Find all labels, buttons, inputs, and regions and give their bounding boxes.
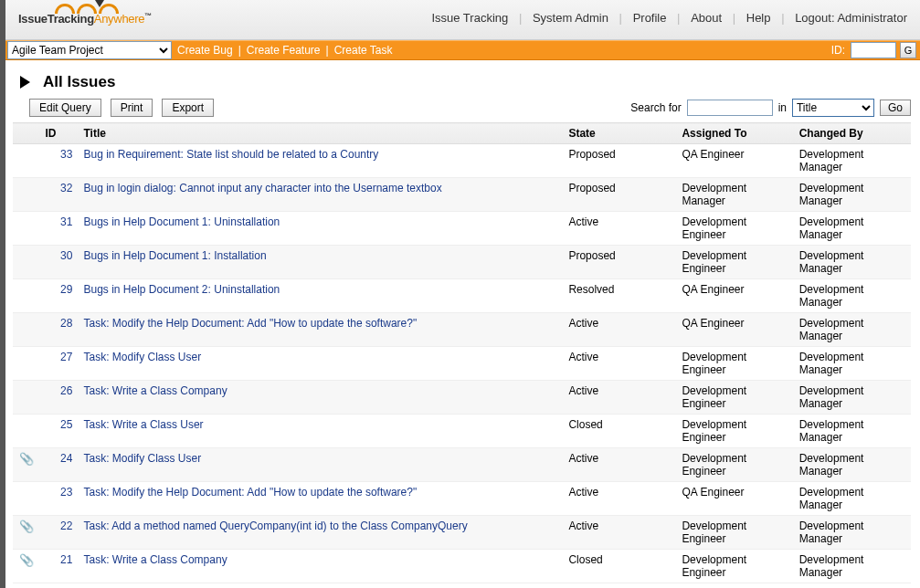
logo-text-1: IssueTracking bbox=[18, 12, 94, 26]
cell-state: Closed bbox=[563, 415, 676, 448]
issue-id-link[interactable]: 32 bbox=[60, 182, 72, 194]
table-row[interactable]: 26Task: Write a Class CompanyActiveDevel… bbox=[13, 381, 911, 415]
issue-id-link[interactable]: 27 bbox=[60, 351, 72, 363]
page-title: All Issues bbox=[43, 73, 115, 91]
table-row[interactable]: 32Bug in login dialog: Cannot input any … bbox=[13, 178, 911, 212]
issue-title-link[interactable]: Task: Modify Class User bbox=[83, 452, 201, 465]
app-logo[interactable]: IssueTrackingAnywhere™ bbox=[18, 4, 152, 26]
create-task-link[interactable]: Create Task bbox=[329, 44, 398, 57]
nav-about[interactable]: About bbox=[687, 11, 725, 25]
cell-assigned: Development Engineer bbox=[676, 246, 793, 279]
issue-title-link[interactable]: Task: Modify the Help Document: Add "How… bbox=[83, 317, 417, 330]
issue-id-link[interactable]: 22 bbox=[60, 520, 72, 532]
table-row[interactable]: 30Bugs in Help Document 1: InstallationP… bbox=[13, 246, 911, 279]
issue-title-link[interactable]: Bug in login dialog: Cannot input any ch… bbox=[83, 182, 441, 194]
nav-system-admin[interactable]: System Admin bbox=[529, 11, 612, 25]
cell-assigned: Development Manager bbox=[676, 178, 793, 212]
issue-title-link[interactable]: Bugs in Help Document 1: Uninstallation bbox=[83, 215, 280, 228]
issue-id-link[interactable]: 26 bbox=[60, 384, 72, 397]
issue-id-link[interactable]: 23 bbox=[60, 486, 72, 499]
cell-changed: Development Manager bbox=[794, 279, 911, 313]
attachment-icon: 📎 bbox=[19, 520, 34, 533]
col-header-title[interactable]: Title bbox=[78, 123, 563, 144]
create-bug-link[interactable]: Create Bug bbox=[172, 44, 238, 57]
cell-state: Proposed bbox=[563, 246, 676, 279]
project-select[interactable]: Agile Team Project bbox=[7, 41, 172, 59]
print-button[interactable]: Print bbox=[111, 99, 153, 117]
nav-profile[interactable]: Profile bbox=[629, 11, 671, 25]
issue-title-link[interactable]: Bug in Requirement: State list should be… bbox=[83, 148, 378, 161]
toolbar: Edit Query Print Export Search for in Ti… bbox=[5, 99, 920, 122]
cell-assigned: QA Engineer bbox=[676, 482, 793, 516]
search-input[interactable] bbox=[687, 100, 773, 116]
cell-changed: Development Manager bbox=[794, 415, 911, 448]
cell-assigned: QA Engineer bbox=[676, 279, 793, 313]
search-go-button[interactable]: Go bbox=[880, 100, 911, 116]
issue-title-link[interactable]: Bugs in Help Document 2: Uninstallation bbox=[83, 283, 280, 296]
col-header-attachment[interactable] bbox=[13, 123, 39, 144]
nav-logout[interactable]: Logout: Administrator bbox=[791, 11, 911, 25]
cell-state: Active bbox=[563, 381, 676, 415]
cell-changed: Development Manager bbox=[794, 550, 911, 583]
id-go-button[interactable]: G bbox=[900, 42, 916, 58]
issue-title-link[interactable]: Task: Add a method named QueryCompany(in… bbox=[83, 520, 467, 532]
issue-id-link[interactable]: 28 bbox=[60, 317, 72, 330]
search-for-label: Search for bbox=[630, 101, 681, 114]
issue-id-link[interactable]: 29 bbox=[60, 283, 72, 296]
table-row[interactable]: 27Task: Modify Class UserActiveDevelopme… bbox=[13, 347, 911, 381]
edit-query-button[interactable]: Edit Query bbox=[29, 99, 101, 117]
issue-title-link[interactable]: Task: Write a Class Company bbox=[83, 553, 227, 566]
cell-state: Proposed bbox=[563, 144, 676, 178]
table-row[interactable]: 25Task: Write a Class UserClosedDevelopm… bbox=[13, 415, 911, 448]
id-input[interactable] bbox=[851, 42, 896, 58]
issue-title-link[interactable]: Task: Modify Class User bbox=[83, 351, 201, 363]
export-button[interactable]: Export bbox=[162, 99, 214, 117]
cell-state: Resolved bbox=[563, 279, 676, 313]
table-row[interactable]: 29Bugs in Help Document 2: Uninstallatio… bbox=[13, 279, 911, 313]
table-row[interactable]: 33Bug in Requirement: State list should … bbox=[13, 144, 911, 178]
table-row[interactable]: 28Task: Modify the Help Document: Add "H… bbox=[13, 313, 911, 347]
col-header-assigned[interactable]: Assigned To bbox=[676, 123, 793, 144]
issue-id-link[interactable]: 30 bbox=[60, 249, 72, 262]
logo-tm: ™ bbox=[144, 12, 152, 20]
cell-assigned: Development Engineer bbox=[676, 516, 793, 550]
collapse-toggle-icon[interactable] bbox=[20, 76, 30, 89]
issue-id-link[interactable]: 24 bbox=[60, 452, 72, 465]
attachment-icon: 📎 bbox=[19, 553, 34, 567]
cell-assigned: Development Engineer bbox=[676, 212, 793, 246]
cell-state: Proposed bbox=[563, 178, 676, 212]
top-nav: Issue Tracking | System Admin | Profile … bbox=[428, 11, 911, 25]
issues-table: ID Title State Assigned To Changed By 33… bbox=[13, 122, 911, 583]
cell-assigned: Development Engineer bbox=[676, 415, 793, 448]
nav-help[interactable]: Help bbox=[743, 11, 775, 25]
table-row[interactable]: 📎22Task: Add a method named QueryCompany… bbox=[13, 516, 911, 550]
cell-state: Active bbox=[563, 347, 676, 381]
issue-id-link[interactable]: 33 bbox=[60, 148, 72, 161]
cell-changed: Development Manager bbox=[794, 313, 911, 347]
cell-changed: Development Manager bbox=[794, 212, 911, 246]
cell-assigned: Development Engineer bbox=[676, 347, 793, 381]
search-field-select[interactable]: Title bbox=[792, 99, 874, 117]
issue-id-link[interactable]: 25 bbox=[60, 418, 72, 431]
issue-title-link[interactable]: Task: Write a Class Company bbox=[83, 384, 227, 397]
table-row[interactable]: 📎21Task: Write a Class CompanyClosedDeve… bbox=[13, 550, 911, 583]
issue-id-link[interactable]: 21 bbox=[60, 553, 72, 566]
table-row[interactable]: 31Bugs in Help Document 1: Uninstallatio… bbox=[13, 212, 911, 246]
cell-state: Active bbox=[563, 516, 676, 550]
issue-title-link[interactable]: Task: Modify the Help Document: Add "How… bbox=[83, 486, 417, 499]
col-header-changed[interactable]: Changed By bbox=[794, 123, 911, 144]
table-row[interactable]: 📎24Task: Modify Class UserActiveDevelopm… bbox=[13, 448, 911, 482]
cell-changed: Development Manager bbox=[794, 347, 911, 381]
col-header-id[interactable]: ID bbox=[39, 123, 78, 144]
issue-title-link[interactable]: Bugs in Help Document 1: Installation bbox=[83, 249, 266, 262]
col-header-state[interactable]: State bbox=[563, 123, 676, 144]
attachment-icon: 📎 bbox=[19, 452, 34, 466]
table-row[interactable]: 23Task: Modify the Help Document: Add "H… bbox=[13, 482, 911, 516]
issue-id-link[interactable]: 31 bbox=[60, 215, 72, 228]
nav-issue-tracking[interactable]: Issue Tracking bbox=[428, 11, 512, 25]
issue-title-link[interactable]: Task: Write a Class User bbox=[83, 418, 203, 431]
action-bar: Agile Team Project Create Bug | Create F… bbox=[5, 40, 920, 60]
create-feature-link[interactable]: Create Feature bbox=[241, 44, 326, 57]
cell-state: Closed bbox=[563, 550, 676, 583]
header: IssueTrackingAnywhere™ Issue Tracking | … bbox=[5, 0, 920, 40]
